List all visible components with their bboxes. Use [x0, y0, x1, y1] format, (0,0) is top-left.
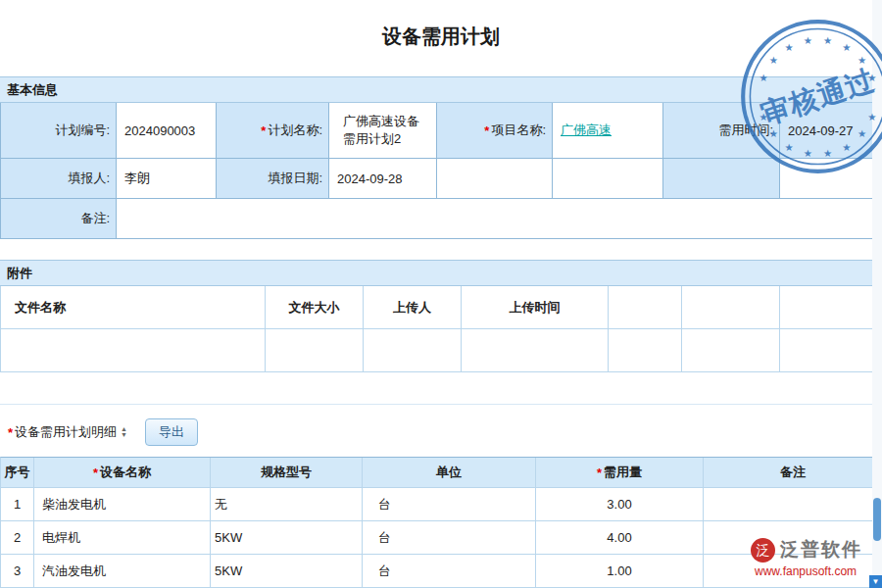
reporter-label: 填报人:: [1, 159, 117, 199]
empty-cell: [437, 159, 553, 199]
attach-empty-cell: [266, 329, 364, 372]
detail-row-unit: 台: [363, 555, 536, 588]
scroll-down-icon: ▼: [872, 577, 880, 586]
attach-header-file-size: 文件大小: [266, 286, 364, 329]
svg-text:★: ★: [804, 148, 812, 159]
detail-header-unit: 单位: [363, 458, 536, 488]
project-name-label: *项目名称:: [437, 103, 553, 159]
detail-row-name: 电焊机: [34, 521, 211, 555]
required-marker: *: [484, 123, 489, 138]
sort-icon[interactable]: ▲ ▼: [121, 426, 127, 438]
detail-header-qty: *需用量: [536, 458, 704, 488]
remark-value: [117, 199, 882, 239]
attach-empty-cell: [1, 329, 266, 372]
svg-text:★: ★: [842, 142, 851, 153]
detail-row-unit: 台: [363, 521, 536, 555]
details-divider: [0, 404, 882, 405]
required-marker: *: [597, 466, 602, 480]
svg-text:★: ★: [784, 42, 793, 53]
attach-header-empty: [609, 286, 682, 329]
attach-header-upload-time: 上传时间: [462, 286, 609, 329]
attachments-table: 文件名称 文件大小 上传人 上传时间: [0, 286, 882, 372]
detail-row-spec: 无: [211, 488, 363, 521]
detail-row-remark: [704, 488, 882, 521]
attach-empty-cell: [364, 329, 462, 372]
required-marker: *: [261, 123, 266, 138]
svg-text:★: ★: [769, 55, 778, 66]
svg-text:★: ★: [760, 73, 768, 83]
attach-header-file-name: 文件名称: [1, 286, 266, 329]
detail-row-qty: 3.00: [536, 488, 704, 521]
required-marker: *: [93, 466, 98, 480]
svg-text:★: ★: [842, 42, 851, 53]
brand-url: www.fanpusoft.com: [751, 564, 880, 578]
project-link[interactable]: 广佛高速: [561, 122, 612, 139]
detail-row-spec: 5KW: [211, 555, 363, 588]
report-date-value: 2024-09-28: [329, 159, 437, 199]
detail-header-name: *设备名称: [34, 458, 211, 488]
plan-no-label: 计划编号:: [1, 103, 117, 159]
attach-header-empty: [780, 286, 882, 329]
project-name-value: 广佛高速: [553, 103, 663, 159]
sort-down-icon: ▼: [121, 432, 127, 438]
details-section-title: 设备需用计划明细: [15, 423, 117, 441]
attach-empty-cell: [609, 329, 682, 372]
detail-header-no: 序号: [1, 458, 34, 488]
attach-header-empty: [682, 286, 780, 329]
plan-no-value: 2024090003: [117, 103, 217, 159]
svg-text:★: ★: [858, 128, 866, 139]
svg-text:★: ★: [769, 128, 778, 139]
attach-empty-cell: [462, 329, 609, 372]
report-date-label: 填报日期:: [217, 159, 329, 199]
brand-watermark: 泛 泛普软件 www.fanpusoft.com: [751, 537, 880, 578]
svg-text:★: ★: [823, 148, 832, 159]
detail-header-spec: 规格型号: [211, 458, 363, 488]
detail-row-name: 汽油发电机: [34, 555, 211, 588]
stamp-text: 审核通过: [758, 64, 879, 129]
export-button[interactable]: 导出: [145, 418, 198, 446]
svg-text:★: ★: [804, 35, 812, 46]
equipment-plan-page: 设备需用计划 基本信息 计划编号: 2024090003 *计划名称: 广佛高速…: [0, 0, 882, 588]
required-marker: *: [8, 425, 13, 440]
detail-row-no: 2: [1, 521, 34, 555]
scrollbar-thumb[interactable]: [873, 498, 881, 541]
plan-name-value: 广佛高速设备需用计划2: [329, 103, 437, 159]
svg-text:★: ★: [784, 142, 793, 153]
detail-header-remark: 备注: [704, 458, 882, 488]
attach-empty-cell: [682, 329, 780, 372]
approval-stamp: ★★★ ★★★ ★★ ★★★ ★★★ ★★ 审核通过: [737, 16, 882, 177]
attach-empty-cell: [780, 329, 882, 372]
detail-row-qty: 1.00: [536, 555, 704, 588]
detail-row-unit: 台: [363, 488, 536, 521]
details-header-strip: * 设备需用计划明细 ▲ ▼ 导出: [0, 416, 882, 449]
scroll-down-button[interactable]: ▼: [869, 575, 882, 588]
detail-row-no: 3: [1, 555, 34, 588]
brand-logo-icon: 泛: [751, 538, 775, 563]
empty-cell: [553, 159, 663, 199]
svg-text:★: ★: [823, 35, 832, 46]
detail-row-spec: 5KW: [211, 521, 363, 555]
svg-text:★: ★: [858, 55, 866, 66]
detail-row-qty: 4.00: [536, 521, 704, 555]
details-table: 序号 *设备名称 规格型号 单位 *需用量 备注 1 柴油发电机 无 台 3.0…: [0, 457, 882, 588]
remark-label: 备注:: [1, 199, 117, 239]
detail-row-name: 柴油发电机: [34, 488, 211, 521]
plan-name-label: *计划名称:: [217, 103, 329, 159]
svg-text:★: ★: [867, 112, 876, 122]
brand-name: 泛普软件: [780, 537, 862, 563]
detail-row-no: 1: [1, 488, 34, 521]
reporter-value: 李朗: [117, 159, 217, 199]
section-attachments: 附件: [0, 260, 882, 286]
attach-header-uploader: 上传人: [364, 286, 462, 329]
